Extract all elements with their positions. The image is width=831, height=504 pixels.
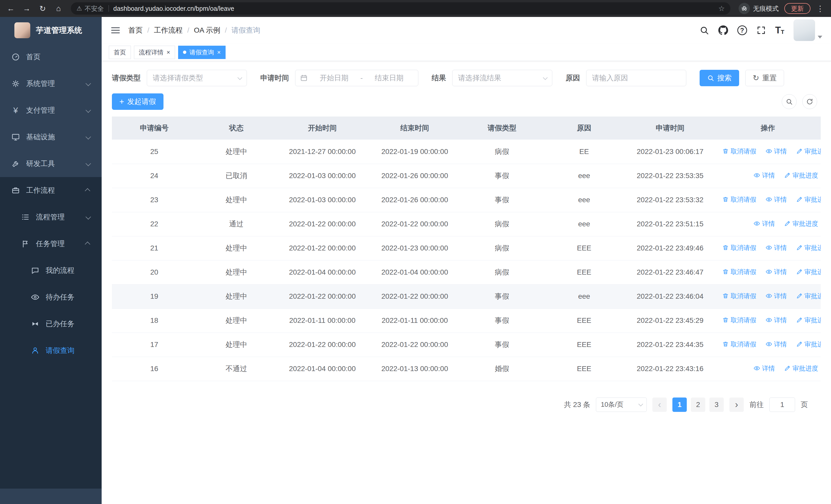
detail-link[interactable]: 详情 bbox=[766, 292, 787, 300]
sidebar-item-done-tasks[interactable]: 已办任务 bbox=[0, 310, 102, 337]
col-header-actions: 操作 bbox=[715, 117, 821, 140]
sidebar-item-infrastructure[interactable]: 基础设施 bbox=[0, 124, 102, 150]
detail-link[interactable]: 详情 bbox=[753, 364, 775, 373]
browser-back-button[interactable]: ← bbox=[5, 2, 17, 14]
cancel-leave-link[interactable]: 取消请假 bbox=[722, 147, 756, 155]
sidebar-item-system-management[interactable]: 系统管理 bbox=[0, 70, 102, 97]
sidebar-item-my-processes[interactable]: 我的流程 bbox=[0, 257, 102, 284]
sidebar-item-workflow[interactable]: 工作流程 bbox=[0, 177, 102, 204]
approval-progress-link[interactable]: 审批进度 bbox=[796, 243, 821, 252]
font-size-icon[interactable]: TT bbox=[775, 26, 784, 35]
result-select[interactable]: 请选择流结果 bbox=[452, 70, 552, 86]
create-leave-button[interactable]: + 发起请假 bbox=[112, 93, 164, 110]
search-icon[interactable] bbox=[699, 25, 709, 35]
github-icon[interactable] bbox=[718, 25, 728, 35]
col-header-start: 开始时间 bbox=[276, 117, 369, 140]
help-icon[interactable]: ? bbox=[737, 25, 747, 35]
sidebar-item-payment-management[interactable]: ¥ 支付管理 bbox=[0, 97, 102, 124]
tab-leave-query[interactable]: 请假查询 × bbox=[178, 46, 226, 59]
close-icon[interactable]: × bbox=[217, 49, 221, 56]
eye-icon bbox=[766, 293, 772, 299]
cell-applied: 2022-01-22 23:46:47 bbox=[625, 260, 715, 284]
sidebar-item-leave-query[interactable]: 请假查询 bbox=[0, 337, 102, 364]
date-range-picker[interactable]: 开始日期 - 结束日期 bbox=[295, 70, 418, 86]
approval-progress-link[interactable]: 审批进度 bbox=[796, 340, 821, 349]
tab-process-detail[interactable]: 流程详情 × bbox=[134, 46, 175, 59]
refresh-table-button[interactable] bbox=[802, 94, 817, 109]
cell-id: 22 bbox=[112, 212, 197, 236]
bookmark-star-icon[interactable]: ☆ bbox=[718, 4, 725, 13]
approval-progress-link[interactable]: 审批进度 bbox=[796, 316, 821, 324]
user-menu[interactable] bbox=[794, 20, 822, 41]
col-header-reason: 原因 bbox=[543, 117, 625, 140]
next-page-button[interactable]: › bbox=[729, 397, 744, 412]
breadcrumb-item[interactable]: OA 示例 bbox=[194, 25, 221, 35]
cell-type: 病假 bbox=[461, 236, 543, 260]
cancel-leave-link[interactable]: 取消请假 bbox=[722, 195, 756, 204]
approval-progress-link[interactable]: 审批进度 bbox=[796, 195, 821, 204]
detail-link[interactable]: 详情 bbox=[753, 219, 775, 228]
breadcrumb-item[interactable]: 工作流程 bbox=[154, 25, 183, 35]
browser-reload-button[interactable]: ↻ bbox=[36, 2, 49, 14]
cell-start: 2022-01-22 00:00:00 bbox=[276, 212, 369, 236]
sidebar-item-home[interactable]: 首页 bbox=[0, 43, 102, 70]
toggle-search-button[interactable] bbox=[782, 94, 797, 109]
browser-menu-icon[interactable]: ⋮ bbox=[814, 2, 826, 14]
reason-input[interactable] bbox=[586, 70, 686, 86]
fullscreen-icon[interactable] bbox=[756, 25, 766, 35]
cell-reason: eee bbox=[543, 212, 625, 236]
page-button-1[interactable]: 1 bbox=[672, 397, 687, 412]
leave-type-select[interactable]: 请选择请假类型 bbox=[147, 70, 247, 86]
detail-link[interactable]: 详情 bbox=[766, 340, 787, 349]
approval-progress-link[interactable]: 审批进度 bbox=[796, 268, 821, 276]
prev-page-button[interactable]: ‹ bbox=[652, 397, 667, 412]
url-bar[interactable]: ⚠ 不安全 dashboard.yudao.iocoder.cn/bpm/oa/… bbox=[71, 2, 730, 14]
close-icon[interactable]: × bbox=[167, 49, 170, 56]
approval-progress-link[interactable]: 审批进度 bbox=[784, 219, 818, 228]
approval-progress-link[interactable]: 审批进度 bbox=[784, 364, 818, 373]
goto-page-input[interactable] bbox=[769, 397, 795, 412]
update-button[interactable]: 更新 bbox=[784, 3, 810, 14]
end-date-placeholder: 结束日期 bbox=[365, 73, 413, 83]
sidebar-item-todo-tasks[interactable]: 待办任务 bbox=[0, 284, 102, 310]
approval-progress-link[interactable]: 审批进度 bbox=[784, 171, 818, 180]
detail-link[interactable]: 详情 bbox=[766, 268, 787, 276]
sidebar-item-process-management[interactable]: 流程管理 bbox=[0, 204, 102, 231]
detail-link[interactable]: 详情 bbox=[766, 147, 787, 155]
browser-home-button[interactable]: ⌂ bbox=[52, 2, 65, 14]
avatar[interactable] bbox=[794, 20, 815, 41]
search-button[interactable]: 搜索 bbox=[699, 70, 739, 86]
url-text[interactable]: dashboard.yudao.iocoder.cn/bpm/oa/leave bbox=[113, 5, 715, 12]
approval-progress-link[interactable]: 审批进度 bbox=[796, 147, 821, 155]
sidebar-item-task-management[interactable]: 任务管理 bbox=[0, 231, 102, 257]
reset-button[interactable]: ↻ 重置 bbox=[745, 70, 784, 86]
cancel-leave-link[interactable]: 取消请假 bbox=[722, 340, 756, 349]
collapse-sidebar-icon[interactable] bbox=[110, 25, 121, 35]
edit-icon bbox=[796, 196, 803, 203]
approval-progress-link[interactable]: 审批进度 bbox=[796, 292, 821, 300]
security-label[interactable]: 不安全 bbox=[85, 4, 104, 13]
detail-link[interactable]: 详情 bbox=[766, 316, 787, 324]
detail-link[interactable]: 详情 bbox=[766, 195, 787, 204]
done-tasks-icon bbox=[31, 320, 39, 328]
detail-link[interactable]: 详情 bbox=[766, 243, 787, 252]
page-size-select[interactable]: 10条/页 bbox=[596, 397, 647, 412]
eye-icon bbox=[753, 220, 760, 227]
detail-link[interactable]: 详情 bbox=[753, 171, 775, 180]
tab-home[interactable]: 首页 bbox=[109, 46, 131, 59]
breadcrumb-item[interactable]: 首页 bbox=[128, 25, 143, 35]
sidebar-item-dev-tools[interactable]: 研发工具 bbox=[0, 150, 102, 177]
sidebar-logo[interactable]: 芋道管理系统 bbox=[0, 17, 102, 43]
cancel-leave-link[interactable]: 取消请假 bbox=[722, 316, 756, 324]
page-button-3[interactable]: 3 bbox=[709, 397, 724, 412]
cancel-leave-link[interactable]: 取消请假 bbox=[722, 243, 756, 252]
cancel-leave-link[interactable]: 取消请假 bbox=[722, 268, 756, 276]
breadcrumb-separator: / bbox=[147, 26, 149, 34]
browser-forward-button[interactable]: → bbox=[21, 2, 33, 14]
cancel-leave-link[interactable]: 取消请假 bbox=[722, 292, 756, 300]
cell-actions: 详情 审批进度 bbox=[715, 357, 821, 381]
main-area: 首页 / 工作流程 / OA 示例 / 请假查询 ? TT bbox=[102, 17, 831, 504]
trash-icon bbox=[722, 317, 729, 323]
page-button-2[interactable]: 2 bbox=[691, 397, 705, 412]
edit-icon bbox=[784, 220, 791, 227]
